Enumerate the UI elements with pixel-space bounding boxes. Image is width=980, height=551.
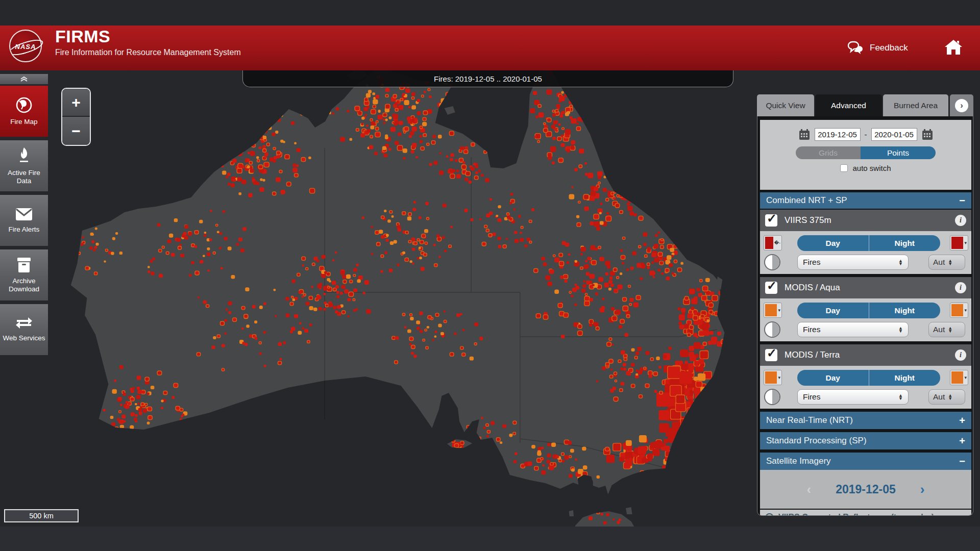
color-swatch-left[interactable]: ▾ xyxy=(764,370,782,385)
next-date-button[interactable]: › xyxy=(920,482,925,497)
sensor-header-viirs: VIIRS 375m i xyxy=(760,210,971,231)
color-swatch-right[interactable]: ▾ xyxy=(950,370,968,385)
tab-label: Quick View xyxy=(766,101,805,110)
panel-tabs: Quick View Advanced Burned Area › xyxy=(757,94,973,116)
zoom-out-button[interactable]: − xyxy=(62,117,90,145)
swatch-color xyxy=(951,304,963,316)
color-swatch-left[interactable]: ▾ xyxy=(764,303,782,318)
collapse-icon[interactable]: − xyxy=(959,456,965,467)
night-button[interactable]: Night xyxy=(869,370,941,386)
day-button[interactable]: Day xyxy=(797,370,869,386)
color-swatch-left[interactable]: �- xyxy=(764,235,782,251)
imagery-layer-option: VIIRS Corrected Reflectance (true color) xyxy=(760,510,971,516)
date-from-input[interactable]: 2019-12-05 xyxy=(815,128,861,141)
swatch-color xyxy=(765,371,777,384)
calendar-icon[interactable] xyxy=(798,129,811,141)
section-label: Satellite Imagery xyxy=(766,456,831,466)
modis-terra-checkbox[interactable] xyxy=(765,349,777,361)
sidebar-item-label: Archive Download xyxy=(0,277,48,293)
color-swatch-right[interactable]: ▾ xyxy=(950,303,968,318)
sidebar-item-label: Active Fire Data xyxy=(0,169,48,185)
auto-switch-checkbox[interactable] xyxy=(840,164,848,172)
collapse-icon[interactable]: − xyxy=(959,195,965,207)
section-standard-processing[interactable]: Standard Processing (SP) + xyxy=(760,432,971,449)
layers-panel: Quick View Advanced Burned Area › xyxy=(757,94,973,516)
date-range-section: 2019-12-05 - 2020-01-05 Grids Points xyxy=(760,120,971,190)
sensor-label: MODIS / Aqua xyxy=(785,283,840,293)
feedback-button[interactable]: Feedback xyxy=(847,39,908,57)
section-label: Standard Processing (SP) xyxy=(766,436,867,446)
prev-date-button[interactable]: ‹ xyxy=(807,482,812,497)
layer-type-select[interactable]: Fires ▲▼ xyxy=(797,322,909,337)
imagery-date-nav: ‹ 2019-12-05 › xyxy=(760,470,971,509)
section-combined-nrt-sp[interactable]: Combined NRT + SP − xyxy=(760,192,971,209)
nasa-logo[interactable]: NASA xyxy=(9,30,42,62)
section-near-real-time[interactable]: Near Real-Time (NRT) + xyxy=(760,412,971,429)
night-button[interactable]: Night xyxy=(869,303,941,318)
archive-box-icon xyxy=(15,257,33,273)
sensor-controls-viirs: �- Day Night ▾ Fires ▲▼ Aut ▲▼ xyxy=(760,231,971,274)
zoom-in-button[interactable]: + xyxy=(62,89,90,117)
sidebar-item-label: Fire Map xyxy=(8,118,39,126)
calendar-icon[interactable] xyxy=(921,129,934,141)
info-icon[interactable]: i xyxy=(955,215,966,226)
tab-burned-area[interactable]: Burned Area xyxy=(883,94,948,116)
layer-type-select[interactable]: Fires ▲▼ xyxy=(797,255,909,270)
home-button[interactable] xyxy=(943,37,964,57)
opacity-icon[interactable] xyxy=(764,389,780,405)
sidebar-item-fire-map[interactable]: Fire Map xyxy=(0,86,48,137)
info-icon[interactable]: i xyxy=(955,349,966,361)
swatch-color xyxy=(951,371,963,384)
grids-option[interactable]: Grids xyxy=(796,146,861,159)
sidebar-item-active-fire-data[interactable]: Active Fire Data xyxy=(0,140,48,191)
points-option[interactable]: Points xyxy=(861,146,936,159)
sidebar-item-web-services[interactable]: Web Services xyxy=(0,304,48,355)
tab-quick-view[interactable]: Quick View xyxy=(757,94,814,116)
select-arrows-icon: ▲▼ xyxy=(948,259,952,265)
section-satellite-imagery[interactable]: Satellite Imagery − xyxy=(760,453,971,470)
globe-icon xyxy=(15,96,33,114)
day-button[interactable]: Day xyxy=(797,303,869,318)
layer-type-select[interactable]: Fires ▲▼ xyxy=(797,389,909,405)
opacity-icon[interactable] xyxy=(764,321,780,338)
sensor-header-modis-terra: MODIS / Terra i xyxy=(760,344,971,366)
tab-label: Advanced xyxy=(831,101,866,110)
layer-type-value: Fires xyxy=(803,258,820,267)
expand-icon[interactable]: + xyxy=(959,435,965,447)
swatch-color xyxy=(765,237,773,249)
sensor-header-modis-aqua: MODIS / Aqua i xyxy=(760,277,971,298)
swatch-color xyxy=(951,237,963,249)
sidebar-item-label: Web Services xyxy=(1,334,47,342)
auto-size-value: Aut xyxy=(933,325,945,334)
swatch-color xyxy=(765,304,777,316)
panel-body: 2019-12-05 - 2020-01-05 Grids Points xyxy=(757,116,973,516)
app-subtitle: Fire Information for Resource Management… xyxy=(55,48,241,57)
auto-size-select[interactable]: Aut ▲▼ xyxy=(928,255,965,270)
map-scale-bar: 500 km xyxy=(4,509,79,522)
map-tile-edge xyxy=(0,527,980,551)
tabs-overflow-button[interactable]: › xyxy=(950,94,973,116)
date-to-input[interactable]: 2020-01-05 xyxy=(871,128,917,141)
grids-points-toggle[interactable]: Grids Points xyxy=(796,146,936,159)
info-icon[interactable]: i xyxy=(955,282,966,293)
radio-button[interactable] xyxy=(765,513,774,516)
viirs-checkbox[interactable] xyxy=(765,214,777,227)
sidebar-collapse-button[interactable] xyxy=(0,74,48,84)
sensor-label: MODIS / Terra xyxy=(785,350,840,360)
sidebar-item-fire-alerts[interactable]: Fire Alerts xyxy=(0,195,48,246)
opacity-icon[interactable] xyxy=(764,254,780,270)
auto-size-select[interactable]: Aut ▲▼ xyxy=(928,322,965,337)
day-button[interactable]: Day xyxy=(797,235,869,251)
select-arrows-icon: ▲▼ xyxy=(948,394,952,400)
sensor-controls-modis-aqua: ▾ Day Night ▾ Fires ▲▼ Aut ▲▼ xyxy=(760,298,971,341)
sensor-label: VIIRS 375m xyxy=(785,215,831,226)
sensor-controls-modis-terra: ▾ Day Night ▾ Fires ▲▼ Aut ▲▼ xyxy=(760,366,971,409)
tab-advanced[interactable]: Advanced xyxy=(815,94,882,116)
auto-size-select[interactable]: Aut ▲▼ xyxy=(928,389,965,405)
sidebar-item-archive-download[interactable]: Archive Download xyxy=(0,249,48,300)
app-header: NASA FIRMS Fire Information for Resource… xyxy=(0,26,980,70)
expand-icon[interactable]: + xyxy=(959,415,965,427)
color-swatch-right[interactable]: ▾ xyxy=(950,235,968,251)
modis-aqua-checkbox[interactable] xyxy=(765,282,777,294)
night-button[interactable]: Night xyxy=(869,235,941,251)
